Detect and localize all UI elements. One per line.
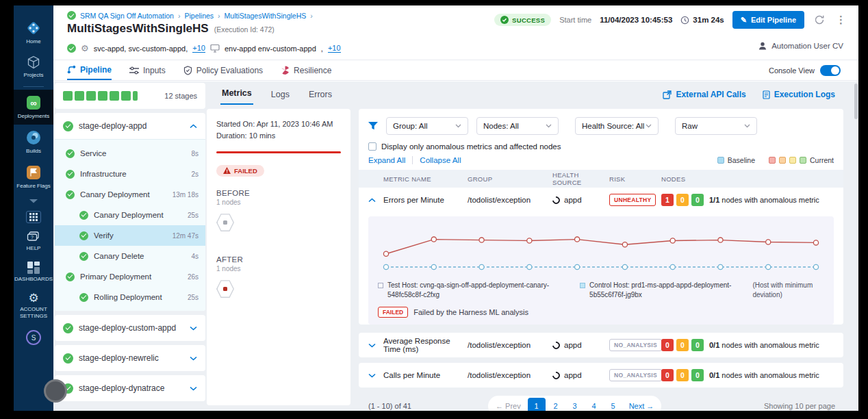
breadcrumb-project[interactable]: SRM QA Sign Off Automation (80, 12, 174, 20)
content-area: 12 stages stage-deploy-appd Service8s (53, 81, 858, 411)
expand-all-link[interactable]: Expand All (368, 156, 405, 164)
test-host-checkbox[interactable] (378, 283, 383, 288)
help-widget-bubble[interactable] (44, 379, 67, 403)
page-button-1[interactable]: 1 (528, 398, 546, 411)
step-service[interactable]: Service8s (55, 143, 205, 164)
metric-name: Errors per Minute (383, 196, 468, 204)
tab-resilience[interactable]: Resilience (281, 60, 331, 80)
edit-pipeline-button[interactable]: ✎ Edit Pipeline (732, 11, 804, 29)
services-more-link[interactable]: +10 (192, 44, 205, 53)
sidebar-divider (23, 86, 44, 87)
stage-header[interactable]: stage-deploy-appd (55, 113, 205, 139)
sidebar-item-dashboards[interactable]: DASHBOARDS (14, 257, 53, 288)
metric-row-calls-per-minute[interactable]: Calls per Minute /todolist/exception app… (359, 363, 843, 388)
sidebar-item-account-settings[interactable]: ⚙ ACCOUNT SETTINGS (14, 288, 53, 325)
execution-panel: Metrics Logs Errors External API Calls E… (205, 81, 858, 411)
metric-comparison-chart[interactable] (374, 220, 828, 278)
stage-progress-bar (63, 91, 138, 101)
tab-policy-evaluations[interactable]: Policy Evaluations (183, 60, 263, 80)
console-view-toggle[interactable] (820, 65, 841, 76)
user-name[interactable]: Automation User CV (771, 42, 843, 50)
document-icon (763, 90, 770, 99)
sidebar-item-label: Projects (24, 72, 44, 79)
page-button-2[interactable]: 2 (547, 398, 565, 411)
control-host-checkbox[interactable] (580, 283, 585, 288)
page-button-3[interactable]: 3 (566, 398, 584, 411)
breadcrumb-pipelines[interactable]: Pipelines (184, 12, 214, 20)
chevron-down-icon[interactable] (368, 343, 383, 348)
dashboards-icon (27, 262, 40, 274)
step-rolling-deployment[interactable]: Rolling Deployment25s (55, 287, 205, 307)
vertical-scrollbar-thumb[interactable] (854, 84, 858, 119)
execution-logs-link[interactable]: Execution Logs (763, 90, 835, 99)
chevron-down-icon[interactable] (368, 373, 383, 378)
tab-pipeline[interactable]: Pipeline (67, 60, 112, 80)
more-options-button[interactable]: ⋮ (834, 14, 847, 26)
stage-header[interactable]: stage-deploy-dynatrace (55, 375, 205, 401)
collapse-all-link[interactable]: Collapse All (420, 156, 461, 164)
test-host-item[interactable]: Test Host: cvng-qa-sign-off-appd-deploym… (378, 281, 573, 300)
per-page-label: Showing 10 per page (764, 402, 842, 410)
group-filter-select[interactable]: Group: All (386, 117, 468, 135)
services-icon: ⚙ (81, 44, 89, 53)
stage-header[interactable]: stage-deploy-custom-appd (55, 315, 205, 341)
verification-status-badge: FAILED (216, 165, 264, 177)
control-host-item[interactable]: Control Host: prd1-ms-appd-appd-deployme… (580, 281, 745, 300)
tab-inputs[interactable]: Inputs (129, 60, 166, 80)
after-node-hexagon[interactable] (216, 279, 234, 299)
chevron-down-icon[interactable] (29, 199, 38, 204)
sidebar-item-home[interactable]: Home (14, 15, 53, 50)
step-infrastructure[interactable]: Infrastructure2s (55, 164, 205, 184)
sidebar-item-projects[interactable]: Projects (14, 50, 53, 84)
stage-card-appd: stage-deploy-appd Service8s Infrastructu… (55, 113, 205, 311)
step-canary-delete[interactable]: Canary Delete4s (55, 246, 205, 266)
stage-name: stage-deploy-newrelic (79, 353, 159, 363)
sidebar-item-builds[interactable]: Builds (14, 125, 53, 160)
next-page-button[interactable]: Next → (624, 398, 660, 411)
step-primary-deployment[interactable]: Primary Deployment26s (55, 266, 205, 287)
col-nodes: NODES (661, 175, 834, 183)
step-canary-deployment[interactable]: Canary Deployment25s (55, 205, 205, 225)
user-avatar[interactable]: S (26, 330, 41, 345)
stage-progress-card: 12 stages (55, 83, 205, 109)
module-grid-icon[interactable] (26, 211, 41, 223)
step-canary-deployment-group[interactable]: Canary Deployment13m 18s (55, 184, 205, 205)
tab-errors[interactable]: Errors (307, 86, 333, 105)
sidebar-item-feature-flags[interactable]: Feature Flags (14, 160, 53, 194)
chevron-up-icon[interactable] (190, 124, 197, 129)
filter-icon[interactable] (368, 122, 378, 131)
nodes-filter-select[interactable]: Nodes: All (476, 117, 559, 135)
pipeline-tabbar: Pipeline Inputs Policy Evaluations Resil… (53, 60, 858, 81)
step-success-icon (79, 211, 88, 220)
tab-metrics[interactable]: Metrics (220, 84, 253, 105)
metric-row-avg-response-time[interactable]: Average Response Time (ms) /todolist/exc… (359, 333, 843, 357)
breadcrumb-separator: › (310, 12, 313, 20)
step-verify[interactable]: Verify12m 47s (55, 225, 205, 246)
health-source-filter-select[interactable]: Health Source: All (575, 117, 659, 135)
chevron-down-icon[interactable] (190, 356, 197, 361)
environment-names: env-appd env-custom-appd (225, 45, 316, 53)
sidebar-item-help[interactable]: ? HELP (14, 226, 53, 257)
prev-page-button[interactable]: ← Prev (490, 398, 526, 411)
page-button-5[interactable]: 5 (604, 398, 622, 411)
chevron-up-icon[interactable] (368, 198, 383, 203)
stage-card-newrelic: stage-deploy-newrelic (55, 345, 205, 371)
sidebar-item-deployments[interactable]: ∞ Deployments (14, 90, 53, 125)
anomalous-node-summary: 0/1 nodes with anomalous metric (709, 341, 819, 349)
chevron-down-icon[interactable] (190, 326, 197, 331)
services-row: ⚙ svc-appd, svc-custom-appd, +10 env-app… (67, 44, 341, 53)
refresh-button[interactable] (813, 14, 826, 25)
before-node-hexagon[interactable] (216, 213, 234, 232)
breadcrumb-pipeline-name[interactable]: MultiStagesWithSingleHS (225, 12, 307, 20)
chevron-down-icon[interactable] (190, 386, 197, 391)
shield-check-icon (183, 66, 192, 75)
environments-more-link[interactable]: +10 (328, 44, 341, 53)
page-button-4[interactable]: 4 (585, 398, 603, 411)
external-api-calls-link[interactable]: External API Calls (663, 90, 745, 99)
metric-row-errors-per-minute[interactable]: Errors per Minute /todolist/exception ap… (359, 188, 843, 212)
tab-logs[interactable]: Logs (270, 86, 291, 105)
stage-header[interactable]: stage-deploy-newrelic (55, 345, 205, 371)
anomalous-checkbox[interactable] (368, 142, 376, 151)
summary-duration: Duration: 10 mins (216, 130, 341, 142)
raw-mode-select[interactable]: Raw (675, 117, 757, 135)
